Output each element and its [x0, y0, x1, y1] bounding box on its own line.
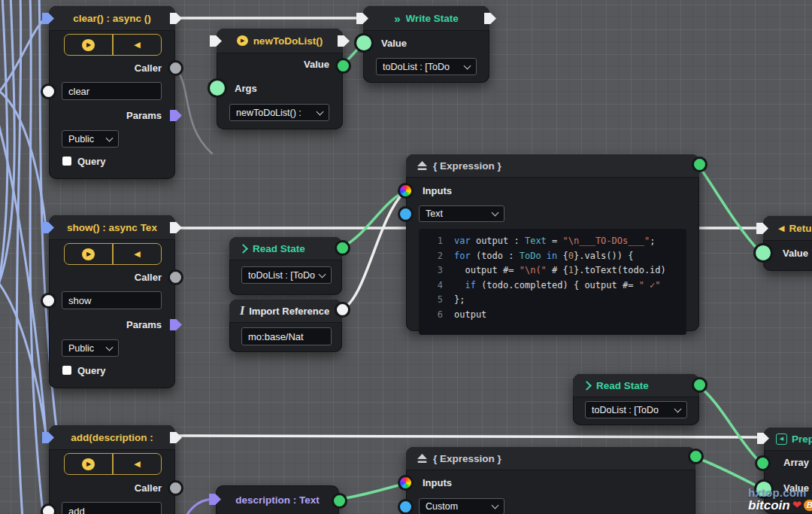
reference-out-port[interactable]: [335, 302, 350, 318]
state-variable-select[interactable]: toDoList : [ToDo: [585, 401, 687, 418]
node-title-label: newToDoList(): [253, 35, 323, 47]
value-label: Value: [783, 248, 808, 259]
node-read-state-2-title-bar: Read State: [573, 374, 699, 397]
caller-port[interactable]: [168, 60, 183, 76]
state-variable-select[interactable]: toDoList : [ToDo: [376, 58, 477, 75]
return-icon: ◀: [778, 224, 784, 233]
wire-canvas-edge-6[interactable]: [17, 0, 23, 514]
wire-read-state-to-expression-inputs[interactable]: [341, 192, 404, 248]
prepend-icon: ◀: [776, 433, 787, 445]
node-expression-bottom[interactable]: { Expression } Inputs Custom: [406, 447, 695, 514]
wire-add-exec-to-prepend[interactable]: [179, 436, 756, 437]
chevron-down-icon: [106, 134, 114, 141]
exec-in-port[interactable]: [42, 222, 54, 233]
wire-canvas-edge-7[interactable]: [30, 0, 44, 514]
play-button[interactable]: ▶: [65, 244, 112, 264]
node-read-state-bottom[interactable]: Read State toDoList : [ToDo: [573, 374, 699, 425]
result-out-port[interactable]: [688, 449, 704, 464]
input-type-select[interactable]: Custom: [419, 498, 504, 514]
exec-in-port[interactable]: [756, 223, 768, 234]
node-write-state[interactable]: » Write State Value toDoList : [ToDo: [363, 6, 489, 83]
exec-in-port[interactable]: [210, 35, 222, 47]
input-type-select[interactable]: Text: [419, 205, 504, 222]
code-line: 6output: [419, 308, 686, 323]
caller-port[interactable]: [168, 269, 183, 285]
value-out-port[interactable]: [332, 493, 347, 509]
exec-in-port[interactable]: [42, 13, 54, 24]
wire-description-to-expression-2-inputs[interactable]: [340, 484, 404, 499]
play-icon: ▶: [82, 248, 95, 260]
node-import-reference[interactable]: I Import Reference: [229, 300, 342, 352]
input-0-port[interactable]: [398, 206, 414, 222]
line-number: 4: [419, 278, 443, 293]
node-clear-function[interactable]: clear() : async () ▶ ◀ Caller Params Pub…: [49, 6, 175, 179]
node-return-title-bar: ◀ Retu: [763, 216, 812, 241]
query-checkbox[interactable]: [62, 157, 71, 166]
step-back-button[interactable]: ◀: [114, 244, 161, 264]
function-name-input[interactable]: [62, 82, 162, 100]
import-path-input[interactable]: [241, 327, 332, 345]
array-label: Array: [783, 457, 809, 468]
wire-expression-to-return-value[interactable]: [698, 166, 760, 252]
wire-expression-2-to-prepend-value[interactable]: [696, 458, 757, 486]
code-line: 4 if (todo.completed) { output #= " ✓": [419, 278, 686, 293]
wire-clear-caller-dangling[interactable]: [177, 69, 212, 154]
code-line: 2for (todo : ToDo in {0}.vals()) {: [419, 249, 686, 264]
node-title-label: show() : async Tex: [67, 222, 157, 233]
wire-add-params-to-description[interactable]: [180, 499, 213, 514]
value-in-port[interactable]: [753, 243, 773, 263]
node-newtodolist[interactable]: ▶ newToDoList() Value Args newToDoList()…: [217, 29, 343, 129]
wire-import-reference-to-expression-inputs[interactable]: [341, 193, 404, 309]
step-back-button[interactable]: ◀: [114, 35, 161, 55]
param-in-port[interactable]: [209, 494, 221, 505]
play-button[interactable]: ▶: [65, 35, 112, 55]
play-button[interactable]: ▶: [65, 454, 112, 474]
node-graph-canvas[interactable]: clear() : async () ▶ ◀ Caller Params Pub…: [0, 0, 812, 514]
name-in-port[interactable]: [41, 293, 56, 309]
state-variable-select[interactable]: toDoList : [ToDo: [241, 266, 332, 284]
node-title-label: description : Text: [235, 494, 320, 506]
function-name-input[interactable]: [62, 502, 162, 514]
line-number: 2: [419, 249, 443, 264]
node-title-label: Read State: [596, 380, 649, 391]
code-editor[interactable]: 1var output : Text = "\n___TO-DOs___";2f…: [419, 229, 686, 335]
result-out-port[interactable]: [692, 157, 707, 172]
run-controls: ▶ ◀: [64, 453, 162, 475]
node-newtodolist-title-bar: ▶ newToDoList(): [217, 29, 343, 53]
visibility-select[interactable]: Public: [62, 339, 119, 357]
args-in-port[interactable]: [208, 78, 227, 98]
value-out-port[interactable]: [335, 58, 351, 74]
value-out-port[interactable]: [692, 377, 707, 393]
node-add-function[interactable]: add(description : ▶ ◀ Caller: [49, 425, 175, 514]
node-show-function[interactable]: show() : async Tex ▶ ◀ Caller Params Pub…: [49, 215, 175, 388]
double-chevron-icon: »: [394, 13, 400, 24]
inputs-port[interactable]: [398, 475, 414, 491]
play-icon: ▶: [82, 39, 95, 51]
inputs-port[interactable]: [398, 183, 414, 199]
code-line: 5};: [419, 293, 686, 308]
function-ref-select[interactable]: newToDoList() :: [229, 104, 329, 121]
step-back-button[interactable]: ◀: [114, 454, 161, 474]
wire-read-state-2-to-prepend-array[interactable]: [698, 385, 759, 461]
array-in-port[interactable]: [755, 455, 771, 471]
line-number: 3: [419, 263, 443, 278]
node-description-param[interactable]: description : Text: [216, 485, 339, 514]
name-in-port[interactable]: [41, 503, 56, 514]
value-out-port[interactable]: [335, 240, 350, 256]
chevron-down-icon: [674, 405, 682, 412]
value-in-port[interactable]: [354, 33, 374, 53]
exec-in-port[interactable]: [356, 13, 368, 24]
node-expression-top[interactable]: { Expression } Inputs Text 1var output :…: [406, 154, 699, 331]
name-in-port[interactable]: [41, 84, 56, 99]
input-0-port[interactable]: [398, 499, 414, 514]
caller-port[interactable]: [168, 480, 183, 496]
visibility-select[interactable]: Public: [62, 130, 119, 148]
node-title-label: clear() : async (): [73, 13, 151, 24]
node-return[interactable]: ◀ Retu Value: [763, 216, 812, 271]
exec-in-port[interactable]: [757, 433, 769, 444]
node-read-state-top[interactable]: Read State toDoList : [ToDo: [229, 237, 342, 295]
exec-in-port[interactable]: [42, 432, 54, 443]
wire-canvas-edge-9[interactable]: [0, 107, 46, 435]
query-checkbox[interactable]: [62, 366, 71, 375]
function-name-input[interactable]: [62, 291, 162, 309]
